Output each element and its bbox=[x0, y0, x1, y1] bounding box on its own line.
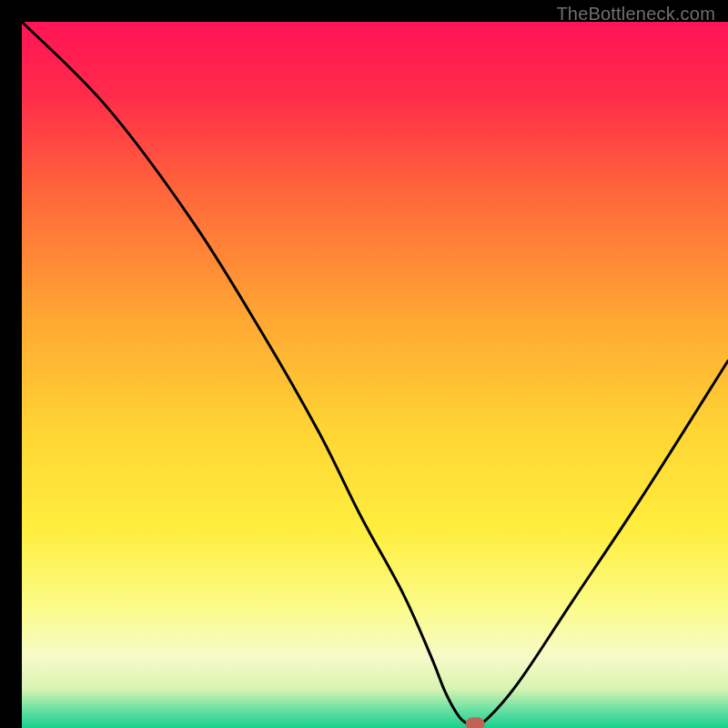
optimal-marker bbox=[466, 717, 485, 728]
gradient-background bbox=[22, 22, 728, 728]
bottleneck-chart bbox=[22, 22, 728, 728]
watermark-text: TheBottleneck.com bbox=[556, 4, 715, 25]
chart-frame bbox=[11, 11, 717, 717]
